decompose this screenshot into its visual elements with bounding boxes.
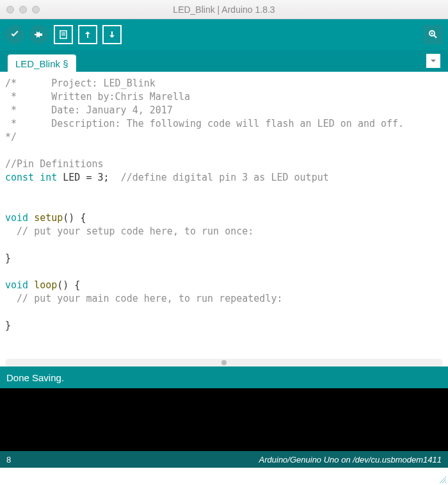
- code-text: setup: [28, 212, 63, 224]
- line-number: 8: [6, 455, 11, 464]
- resize-grip-icon[interactable]: [438, 475, 447, 484]
- code-editor[interactable]: /* Project: LED_Blink * Written by:Chris…: [0, 72, 448, 359]
- code-text: () {: [57, 279, 80, 291]
- window-title: LED_Blink | Arduino 1.8.3: [0, 4, 448, 15]
- code-text: Description: The following code will fla…: [17, 118, 404, 129]
- tab-menu-button[interactable]: [426, 54, 440, 68]
- code-text: *: [5, 91, 17, 103]
- code-text: LED = 3;: [57, 172, 120, 183]
- code-text: */: [5, 131, 17, 143]
- code-text: // put your main code here, to run repea…: [5, 293, 282, 304]
- code-text: *: [5, 118, 17, 129]
- console-output[interactable]: [0, 388, 448, 451]
- code-text: () {: [63, 212, 86, 224]
- code-text: // put your setup code here, to run once…: [5, 226, 253, 237]
- verify-button[interactable]: [5, 25, 24, 44]
- upload-button[interactable]: [29, 25, 49, 44]
- code-text: void: [5, 279, 28, 291]
- code-text: //define digital pin 3 as LED output: [121, 172, 329, 183]
- tabbar: LED_Blink §: [0, 50, 448, 72]
- code-text: *: [5, 104, 17, 116]
- code-text: //Pin Definitions: [5, 158, 104, 170]
- toolbar: [0, 19, 448, 50]
- code-text: }: [5, 252, 11, 264]
- titlebar: LED_Blink | Arduino 1.8.3: [0, 0, 448, 19]
- code-text: Written by:Chris Marella: [17, 91, 190, 103]
- status-bar: Done Saving.: [0, 366, 448, 388]
- status-message: Done Saving.: [6, 372, 64, 383]
- code-text: int: [34, 172, 57, 183]
- board-info: Arduino/Genuino Uno on /dev/cu.usbmodem1…: [259, 455, 442, 464]
- tab-sketch[interactable]: LED_Blink §: [8, 54, 76, 72]
- code-text: const: [5, 172, 34, 183]
- svg-line-5: [434, 35, 436, 38]
- code-text: /*: [5, 78, 17, 89]
- svg-line-9: [445, 482, 446, 483]
- new-button[interactable]: [54, 25, 73, 44]
- code-text: Date: January 4, 2017: [17, 104, 173, 116]
- code-text: void: [5, 212, 28, 224]
- code-text: Project: LED_Blink: [17, 78, 156, 89]
- horizontal-scrollbar[interactable]: [5, 359, 443, 366]
- code-text: }: [5, 320, 11, 331]
- svg-rect-0: [60, 31, 67, 38]
- open-button[interactable]: [78, 25, 97, 44]
- svg-point-6: [431, 33, 433, 35]
- footer-bar: 8 Arduino/Genuino Uno on /dev/cu.usbmode…: [0, 451, 448, 468]
- serial-monitor-button[interactable]: [424, 25, 443, 44]
- save-button[interactable]: [102, 25, 122, 44]
- code-text: loop: [28, 279, 57, 291]
